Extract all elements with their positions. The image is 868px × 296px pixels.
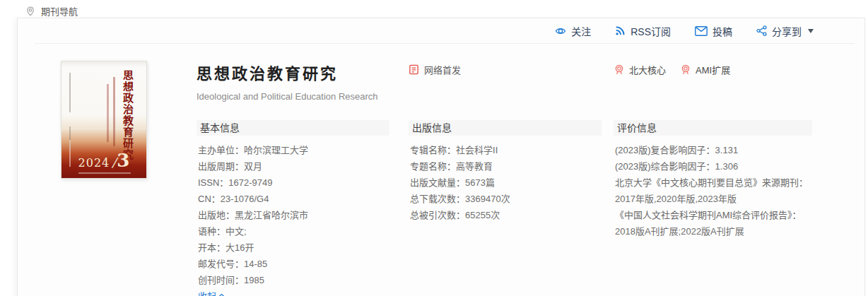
info-row-series: 专辑名称：社会科学II xyxy=(410,142,602,158)
row-label: (2023版)复合影响因子： xyxy=(615,145,715,155)
row-label: ISSN： xyxy=(198,177,228,188)
breadcrumb-label[interactable]: 期刊导航 xyxy=(41,4,78,18)
row-value: 1672-9749 xyxy=(228,177,272,188)
row-value: 65255次 xyxy=(465,210,500,220)
badge-label: AMI扩展 xyxy=(696,63,730,76)
collapse-link[interactable]: 收起 xyxy=(198,288,225,296)
row-label: 出版周期： xyxy=(198,161,244,172)
info-row-postal-code: 邮发代号：14-85 xyxy=(198,256,389,272)
row-label: 主办单位： xyxy=(198,145,244,155)
cover-subline xyxy=(78,172,131,174)
follow-label: 关注 xyxy=(571,24,591,38)
info-row-founded: 创刊时间：1985 xyxy=(198,272,389,288)
rss-label: RSS订阅 xyxy=(631,24,671,38)
basic-info-rows: 主办单位：哈尔滨理工大学 出版周期：双月 ISSN：1672-9749 CN：2… xyxy=(197,142,389,296)
info-row-issn: ISSN：1672-9749 xyxy=(198,174,389,191)
journal-detail-card: 关注 RSS订阅 投稿 xyxy=(17,18,865,296)
medal-icon xyxy=(680,64,691,76)
row-label: 专题名称： xyxy=(410,161,456,172)
row-value: 23-1076/G4 xyxy=(221,194,269,204)
journal-summary: 思想政治教育研究 2024/3 思想政治教育研究 Ideological and… xyxy=(18,44,864,296)
badge-ami-extend: AMI扩展 xyxy=(680,63,730,76)
breadcrumb: 期刊导航 xyxy=(25,4,78,18)
journal-cover[interactable]: 思想政治教育研究 2024/3 xyxy=(61,61,147,179)
row-value: 1.306 xyxy=(715,161,739,172)
caret-down-icon xyxy=(808,29,814,33)
row-label: (2023版)综合影响因子： xyxy=(615,161,715,172)
share-icon xyxy=(756,25,767,36)
online-first-badge: 网络首发 xyxy=(409,63,461,76)
info-row-comprehensive-if: (2023版)综合影响因子：1.306 xyxy=(615,158,812,174)
collapse-label: 收起 xyxy=(198,288,216,296)
row-value: 2018版A刊扩展;2022版A刊扩展 xyxy=(615,226,744,237)
info-row-frequency: 出版周期：双月 xyxy=(198,158,389,174)
info-row-cn: CN：23-1076/G4 xyxy=(198,191,389,207)
cover-title: 思想政治教育研究 xyxy=(122,70,132,160)
location-pin-icon xyxy=(25,6,35,16)
info-row-topic: 专题名称：高等教育 xyxy=(410,158,602,174)
row-label: 总被引次数： xyxy=(410,210,465,220)
journal-header-row: 思想政治教育研究 Ideological and Political Educa… xyxy=(197,61,864,102)
row-value: 1985 xyxy=(244,275,264,285)
row-value: 社会科学II xyxy=(456,145,498,155)
share-label: 分享到 xyxy=(772,24,802,38)
info-row-article-count: 出版文献量：5673篇 xyxy=(410,174,602,191)
journal-title-block: 思想政治教育研究 Ideological and Political Educa… xyxy=(197,61,389,102)
publication-info-rows: 专辑名称：社会科学II 专题名称：高等教育 出版文献量：5673篇 总下载次数：… xyxy=(409,142,602,223)
badge-pku-core: 北大核心 xyxy=(614,63,666,76)
badge-label: 北大核心 xyxy=(629,63,666,76)
section-heading: 出版信息 xyxy=(409,120,602,136)
follow-button[interactable]: 关注 xyxy=(555,24,591,38)
info-row-format: 开本：大16开 xyxy=(198,239,389,256)
info-row-host: 主办单位：哈尔滨理工大学 xyxy=(198,142,389,158)
eye-icon xyxy=(555,25,566,37)
info-row-place: 出版地：黑龙江省哈尔滨市 xyxy=(198,207,389,223)
journal-info: 思想政治教育研究 Ideological and Political Educa… xyxy=(197,61,864,296)
info-row-citations: 总被引次数：65255次 xyxy=(410,207,602,223)
online-first-cell: 网络首发 xyxy=(409,61,602,102)
info-row-ami-report: 《中国人文社会科学期刊AMI综合评价报告》：2018版A刊扩展;2022版A刊扩… xyxy=(615,207,812,239)
submit-manuscript-button[interactable]: 投稿 xyxy=(695,24,732,38)
row-label: 邮发代号： xyxy=(198,259,244,269)
info-row-language: 语种：中文; xyxy=(198,223,389,239)
row-value: 中文; xyxy=(225,226,247,237)
cover-decor-strip xyxy=(69,73,71,112)
row-value: 3.131 xyxy=(715,145,739,155)
section-evaluation-info: 评价信息 (2023版)复合影响因子：3.131 (2023版)综合影响因子：1… xyxy=(614,120,812,296)
section-heading: 评价信息 xyxy=(614,120,812,136)
row-label: 开本： xyxy=(198,242,225,253)
row-value: 大16开 xyxy=(225,242,254,253)
journal-title-en: Ideological and Political Education Rese… xyxy=(197,91,389,102)
row-label: 专辑名称： xyxy=(410,145,456,155)
row-label: 总下载次数： xyxy=(410,194,465,204)
row-label: CN： xyxy=(198,194,221,204)
action-bar: 关注 RSS订阅 投稿 xyxy=(35,18,855,44)
online-first-label: 网络首发 xyxy=(424,63,461,76)
row-value: 2017年版,2020年版,2023年版 xyxy=(615,194,737,204)
row-value: 高等教育 xyxy=(456,161,493,172)
row-label: 《中国人文社会科学期刊AMI综合评价报告》： xyxy=(615,210,802,220)
evaluation-info-rows: (2023版)复合影响因子：3.131 (2023版)综合影响因子：1.306 … xyxy=(614,142,812,239)
cover-slash: / xyxy=(112,155,116,170)
row-label: 出版文献量： xyxy=(410,177,465,188)
info-row-downloads: 总下载次数：3369470次 xyxy=(410,191,602,207)
cover-year: 2024 xyxy=(78,156,110,170)
row-value: 黑龙江省哈尔滨市 xyxy=(235,210,308,220)
row-value: 哈尔滨理工大学 xyxy=(244,145,308,155)
info-row-pku-core-list: 北京大学《中文核心期刊要目总览》来源期刊：2017年版,2020年版,2023年… xyxy=(615,174,812,207)
row-value: 双月 xyxy=(244,161,262,172)
cover-issue: 3 xyxy=(117,150,129,171)
section-basic-info: 基本信息 主办单位：哈尔滨理工大学 出版周期：双月 ISSN：1672-9749… xyxy=(197,120,389,296)
rss-subscribe-button[interactable]: RSS订阅 xyxy=(615,24,671,38)
row-label: 创刊时间： xyxy=(198,275,244,285)
cover-decor-strip xyxy=(107,84,109,142)
info-columns: 基本信息 主办单位：哈尔滨理工大学 出版周期：双月 ISSN：1672-9749… xyxy=(197,120,864,296)
row-label: 语种： xyxy=(198,226,225,237)
medal-icon xyxy=(614,64,625,76)
rss-icon xyxy=(615,25,626,36)
core-badges: 北大核心 AMI扩展 xyxy=(614,61,864,102)
section-heading: 基本信息 xyxy=(197,120,389,136)
share-button[interactable]: 分享到 xyxy=(756,24,814,38)
info-row-composite-if: (2023版)复合影响因子：3.131 xyxy=(615,142,812,158)
submit-label: 投稿 xyxy=(712,24,732,38)
